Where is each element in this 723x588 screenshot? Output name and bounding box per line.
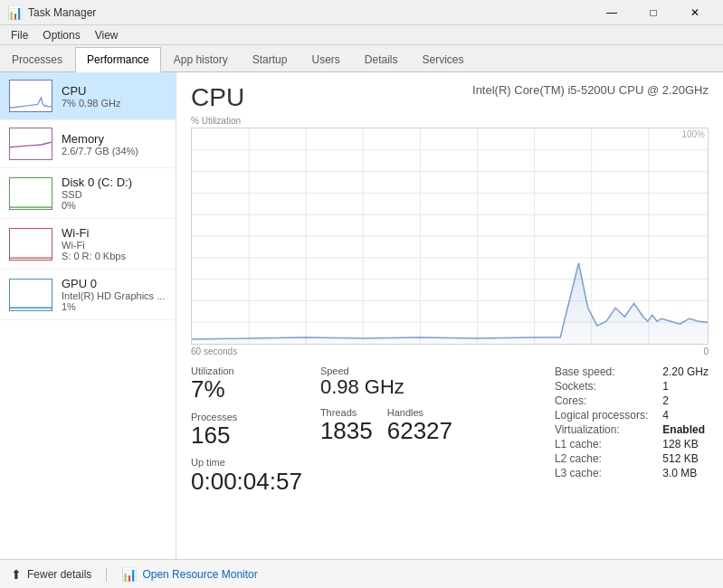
menu-file[interactable]: File [4, 27, 35, 43]
wifi-detail: Wi-Fi [62, 240, 166, 251]
main-content: CPU 7% 0.98 GHz Memory 2.6/7.7 GB (34%) [0, 72, 723, 559]
spec-val-7: 3.0 MB [662, 467, 709, 479]
spec-key-1: Sockets: [555, 380, 648, 393]
handles-block: Handles 62327 [387, 407, 452, 444]
processes-block: Processes 165 [191, 412, 302, 449]
processes-label: Processes [191, 412, 302, 422]
uptime-block: Up time 0:00:04:57 [191, 457, 302, 496]
spec-val-4: Enabled [662, 423, 709, 436]
bottom-bar: ⬆ Fewer details 📊 Open Resource Monitor [0, 559, 723, 588]
cpu-chart: 100% [191, 128, 709, 345]
spec-key-7: L3 cache: [555, 467, 648, 479]
spec-key-5: L1 cache: [555, 438, 648, 450]
sidebar: CPU 7% 0.98 GHz Memory 2.6/7.7 GB (34%) [0, 72, 176, 559]
app-icon: 📊 [7, 5, 23, 20]
tab-details[interactable]: Details [353, 47, 410, 71]
sidebar-item-gpu[interactable]: GPU 0 Intel(R) HD Graphics ... 1% [0, 270, 176, 320]
cpu-detail: 7% 0.98 GHz [62, 98, 166, 109]
memory-info: Memory 2.6/7.7 GB (34%) [62, 132, 166, 156]
utilization-block: Utilization 7% [191, 365, 302, 403]
utilization-value: 7% [191, 376, 302, 403]
tab-startup[interactable]: Startup [241, 47, 300, 71]
menu-options[interactable]: Options [35, 27, 87, 43]
tab-performance[interactable]: Performance [75, 47, 161, 72]
title-bar-left: 📊 Task Manager [7, 5, 96, 20]
detail-header: CPU Intel(R) Core(TM) i5-5200U CPU @ 2.2… [191, 83, 709, 112]
speed-value: 0.98 GHz [320, 376, 452, 398]
chart-y-max: 100% [681, 129, 705, 139]
svg-rect-3 [10, 229, 52, 260]
tab-bar: Processes Performance App history Startu… [0, 45, 723, 72]
svg-rect-4 [10, 280, 52, 310]
chart-area: % Utilization 100% [191, 116, 709, 356]
menu-bar: File Options View [0, 25, 723, 45]
cpu-full-name: Intel(R) Core(TM) i5-5200U CPU @ 2.20GHz [472, 83, 709, 97]
uptime-value: 0:00:04:57 [191, 468, 302, 496]
spec-key-2: Cores: [555, 394, 648, 407]
detail-pane: CPU Intel(R) Core(TM) i5-5200U CPU @ 2.2… [176, 72, 723, 559]
disk-name: Disk 0 (C: D:) [62, 175, 166, 189]
disk-detail: SSD [62, 189, 166, 200]
sidebar-item-cpu[interactable]: CPU 7% 0.98 GHz [0, 72, 176, 120]
fewer-details-link[interactable]: ⬆ Fewer details [11, 567, 91, 582]
uptime-label: Up time [191, 457, 302, 468]
svg-marker-22 [192, 263, 708, 344]
minimize-button[interactable]: — [591, 0, 633, 25]
chart-x-right: 0 [703, 346, 709, 356]
close-button[interactable]: ✕ [674, 0, 716, 25]
sidebar-item-disk[interactable]: Disk 0 (C: D:) SSD 0% [0, 168, 176, 219]
title-bar: 📊 Task Manager — □ ✕ [0, 0, 723, 25]
spec-key-0: Base speed: [555, 365, 648, 378]
detail-title: CPU [191, 83, 244, 112]
tab-processes[interactable]: Processes [0, 47, 74, 71]
spec-val-0: 2.20 GHz [662, 365, 709, 378]
fewer-details-label: Fewer details [27, 568, 91, 581]
menu-view[interactable]: View [88, 27, 126, 43]
chart-svg [192, 128, 708, 344]
gpu-info: GPU 0 Intel(R) HD Graphics ... 1% [62, 277, 166, 312]
spec-key-6: L2 cache: [555, 452, 648, 465]
wifi-thumbnail [9, 228, 52, 261]
bottom-divider [106, 567, 107, 582]
tab-services[interactable]: Services [411, 47, 476, 71]
window-controls: — □ ✕ [591, 0, 716, 25]
tab-app-history[interactable]: App history [162, 47, 240, 71]
wifi-info: Wi-Fi Wi-Fi S: 0 R: 0 Kbps [62, 226, 166, 261]
tab-users[interactable]: Users [300, 47, 351, 71]
resource-monitor-label: Open Resource Monitor [142, 568, 257, 581]
spec-key-3: Logical processors: [555, 409, 648, 422]
spec-val-3: 4 [662, 409, 709, 422]
spec-val-1: 1 [662, 380, 709, 393]
sidebar-item-wifi[interactable]: Wi-Fi Wi-Fi S: 0 R: 0 Kbps [0, 219, 176, 270]
resource-monitor-link[interactable]: 📊 Open Resource Monitor [121, 567, 257, 582]
svg-rect-2 [10, 178, 52, 209]
window-title: Task Manager [28, 6, 96, 19]
chart-x-left: 60 seconds [191, 346, 237, 356]
disk-info: Disk 0 (C: D:) SSD 0% [62, 175, 166, 211]
sidebar-item-memory[interactable]: Memory 2.6/7.7 GB (34%) [0, 120, 176, 168]
wifi-name: Wi-Fi [62, 226, 166, 240]
gpu-value: 1% [62, 301, 166, 312]
gpu-thumbnail [9, 279, 52, 311]
cpu-name: CPU [62, 84, 166, 98]
spec-key-4: Virtualization: [555, 423, 648, 436]
speed-block: Speed 0.98 GHz [320, 365, 452, 398]
spec-val-2: 2 [662, 394, 709, 407]
handles-value: 62327 [387, 418, 452, 444]
chart-x-labels: 60 seconds 0 [191, 346, 709, 356]
gpu-detail: Intel(R) HD Graphics ... [62, 290, 166, 301]
disk-thumbnail [9, 177, 52, 210]
maximize-button[interactable]: □ [633, 0, 674, 25]
memory-thumbnail [9, 128, 52, 160]
processes-value: 165 [191, 422, 302, 449]
stats-left: Utilization 7% Processes 165 Up time 0:0… [191, 365, 555, 496]
fewer-details-icon: ⬆ [11, 567, 22, 582]
specs-grid: Base speed: 2.20 GHz Sockets: 1 Cores: 2… [555, 365, 709, 479]
stats-row: Utilization 7% Processes 165 Up time 0:0… [191, 365, 709, 496]
memory-detail: 2.6/7.7 GB (34%) [62, 146, 166, 156]
spec-val-6: 512 KB [662, 452, 709, 465]
thread-handle-row: Threads 1835 Handles 62327 [320, 407, 452, 444]
threads-value: 1835 [320, 418, 373, 444]
chart-y-label: % Utilization [191, 116, 709, 126]
disk-value: 0% [62, 200, 166, 211]
